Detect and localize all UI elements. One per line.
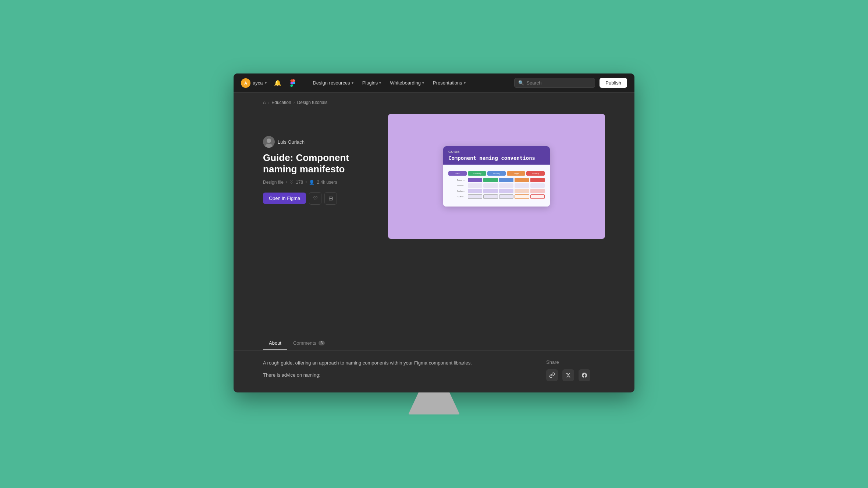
preview-tag: GUIDE — [448, 150, 545, 154]
grid-cell-34 — [515, 189, 529, 193]
grid-cell-32 — [483, 189, 498, 193]
about-text: A rough guide, offering an approach to n… — [263, 359, 524, 384]
bookmark-icon: ⊟ — [328, 195, 333, 202]
heart-icon: ♡ — [313, 195, 318, 202]
grid-cell-25 — [530, 183, 545, 188]
nav-right: 🔍 Search Publish — [514, 78, 627, 88]
grid-cell-44 — [515, 194, 529, 199]
breadcrumb-education[interactable]: Education — [271, 100, 291, 105]
grid-col-brand: Brand — [448, 171, 467, 176]
likes-count: 178 — [296, 180, 303, 185]
grid-cell-33 — [499, 189, 513, 193]
file-preview: GUIDE Component naming conventions Brand… — [388, 114, 605, 239]
likes-icon: ♡ — [289, 180, 294, 185]
open-figma-button[interactable]: Open in Figma — [263, 193, 306, 204]
grid-label-3: Surface… — [448, 190, 467, 192]
grid-cell-23 — [499, 183, 513, 188]
grid-col-danger: Danger — [507, 171, 525, 176]
grid-cell-45 — [530, 194, 545, 199]
breadcrumb-home[interactable]: ⌂ — [263, 100, 266, 105]
design-resources-chevron-icon: ▾ — [352, 81, 353, 85]
search-icon: 🔍 — [518, 80, 524, 86]
svg-point-1 — [267, 139, 271, 143]
grid-cell-31 — [468, 189, 482, 193]
nav-links: Design resources ▾ Plugins ▾ Whiteboardi… — [309, 78, 508, 88]
share-label: Share — [546, 359, 605, 365]
grid-cell-11 — [468, 178, 482, 182]
search-bar[interactable]: 🔍 Search — [514, 78, 595, 88]
grid-label-2: Second… — [448, 184, 467, 187]
monitor-stand — [408, 392, 460, 415]
grid-label-4: Outline… — [448, 195, 467, 198]
search-placeholder: Search — [526, 80, 541, 86]
whiteboarding-chevron-icon: ▾ — [422, 81, 424, 85]
file-meta: Design file • ♡ 178 • 👤 2.4k users — [263, 180, 373, 185]
preview-card: GUIDE Component naming conventions Brand… — [443, 146, 550, 207]
user-avatar: A — [241, 78, 250, 88]
file-type: Design file — [263, 180, 284, 185]
content-area: ⌂ › Education › Design tutorials — [234, 93, 634, 328]
about-paragraph-1: A rough guide, offering an approach to n… — [263, 359, 524, 367]
grid-cell-12 — [483, 178, 498, 182]
share-link-button[interactable] — [546, 369, 558, 381]
file-title: Guide: Component naming manifesto — [263, 152, 373, 175]
left-panel: Luis Ouriach Guide: Component naming man… — [263, 114, 373, 204]
grid-col-territory: Territory — [487, 171, 506, 176]
about-paragraph-2: There is advice on naming: — [263, 372, 524, 379]
grid-cell-43 — [499, 194, 513, 199]
breadcrumb: ⌂ › Education › Design tutorials — [263, 100, 605, 105]
navbar: A ayca ▾ 🔔 Design resources — [234, 73, 634, 93]
breadcrumb-sep-1: › — [268, 100, 269, 105]
nav-design-resources[interactable]: Design resources ▾ — [309, 78, 357, 88]
figma-logo-icon — [289, 79, 297, 87]
about-section: A rough guide, offering an approach to n… — [234, 351, 634, 392]
nav-plugins[interactable]: Plugins ▾ — [359, 78, 385, 88]
tab-comments[interactable]: Comments 3 — [287, 337, 331, 350]
grid-cell-13 — [499, 178, 513, 182]
user-chevron-icon: ▾ — [265, 81, 267, 85]
grid-cell-41 — [468, 194, 482, 199]
grid-col-destroy: Destroy — [526, 171, 545, 176]
author-avatar — [263, 136, 275, 148]
grid-cell-14 — [515, 178, 529, 182]
share-panel: Share — [546, 359, 605, 384]
like-button[interactable]: ♡ — [309, 192, 321, 205]
preview-title: Component naming conventions — [448, 155, 545, 161]
grid-cell-15 — [530, 178, 545, 182]
grid-cell-35 — [530, 189, 545, 193]
grid-cell-42 — [483, 194, 498, 199]
user-menu[interactable]: A ayca ▾ — [241, 78, 267, 88]
users-icon: 👤 — [309, 180, 314, 185]
breadcrumb-design-tutorials: Design tutorials — [297, 100, 328, 105]
tab-about[interactable]: About — [263, 337, 287, 350]
meta-separator-2: • — [305, 180, 307, 185]
publish-button[interactable]: Publish — [600, 78, 627, 88]
tabs-section: About Comments 3 — [234, 328, 634, 351]
nav-divider — [303, 78, 303, 88]
meta-separator-1: • — [286, 180, 287, 185]
comments-badge: 3 — [319, 341, 325, 345]
user-initial: A — [244, 81, 247, 85]
main-layout: Luis Ouriach Guide: Component naming man… — [263, 114, 605, 239]
presentations-chevron-icon: ▾ — [464, 81, 466, 85]
grid-label-1: Primary… — [448, 179, 467, 181]
grid-cell-21 — [468, 183, 482, 188]
grid-col-summary: Summary — [468, 171, 486, 176]
preview-card-header: GUIDE Component naming conventions — [443, 146, 550, 165]
tabs-row: About Comments 3 — [263, 337, 605, 350]
grid-cell-22 — [483, 183, 498, 188]
grid-cell-24 — [515, 183, 529, 188]
bookmark-button[interactable]: ⊟ — [324, 192, 337, 205]
nav-presentations[interactable]: Presentations ▾ — [429, 78, 469, 88]
nav-whiteboarding[interactable]: Whiteboarding ▾ — [386, 78, 428, 88]
preview-body: Brand Summary Territory Danger Destroy P… — [443, 165, 550, 207]
breadcrumb-sep-2: › — [294, 100, 295, 105]
plugins-chevron-icon: ▾ — [379, 81, 381, 85]
share-facebook-button[interactable] — [579, 369, 590, 381]
users-count: 2.4k users — [317, 180, 337, 185]
share-x-button[interactable] — [562, 369, 574, 381]
action-row: Open in Figma ♡ ⊟ — [263, 192, 373, 205]
notifications-bell-icon[interactable]: 🔔 — [273, 78, 283, 88]
share-icons — [546, 369, 605, 381]
author-name: Luis Ouriach — [278, 139, 305, 145]
